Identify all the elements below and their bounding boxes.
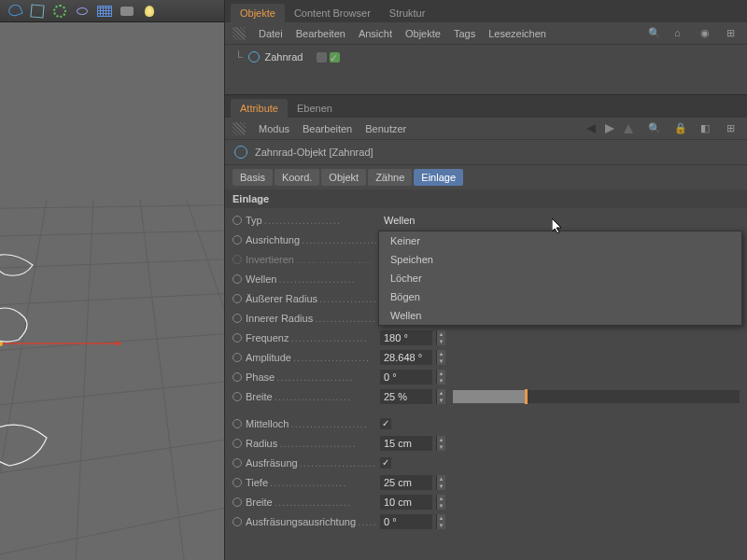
search-icon[interactable]: 🔍: [648, 27, 661, 40]
label-ausrichtung: Ausrichtung: [246, 234, 376, 245]
tab-struktur[interactable]: Struktur: [380, 4, 435, 22]
anim-dot[interactable]: [233, 372, 242, 382]
add-icon[interactable]: ⊞: [726, 122, 740, 135]
spinner-radius2[interactable]: ▲▼: [436, 436, 445, 451]
tab-content-browser[interactable]: Content Browser: [285, 4, 380, 22]
input-amplitude[interactable]: [380, 350, 432, 365]
add-icon[interactable]: ⊞: [726, 27, 740, 40]
label-amplitude: Amplitude: [246, 352, 376, 363]
menu-ansicht[interactable]: Ansicht: [359, 28, 392, 39]
anim-dot[interactable]: [233, 353, 242, 362]
anim-dot[interactable]: [233, 439, 242, 448]
lock-icon[interactable]: 🔒: [674, 122, 687, 135]
search-icon[interactable]: 🔍: [648, 122, 661, 135]
ellipse-tool-icon[interactable]: [72, 2, 92, 21]
checkbox-mittelloch[interactable]: ✓: [380, 418, 391, 429]
anim-dot[interactable]: [233, 294, 242, 303]
ptab-zaehne[interactable]: Zähne: [368, 169, 412, 186]
dd-option-keiner[interactable]: Keiner: [379, 231, 741, 250]
spinner-breite[interactable]: ▲▼: [436, 389, 445, 404]
menu-bearbeiten-attr[interactable]: Bearbeiten: [303, 123, 352, 134]
anim-dot[interactable]: [233, 458, 242, 468]
anim-dot[interactable]: [233, 235, 242, 245]
nav-prev-icon[interactable]: [585, 122, 598, 135]
new-window-icon[interactable]: ◧: [700, 122, 713, 135]
gear-object-icon: [248, 51, 260, 63]
anim-dot[interactable]: [233, 497, 242, 507]
spinner-amplitude[interactable]: ▲▼: [436, 350, 445, 365]
menu-objekte[interactable]: Objekte: [405, 28, 441, 39]
viewport-3d[interactable]: [0, 22, 224, 560]
label-ausr: Ausfräsungsausrichtung: [246, 516, 376, 527]
menu-lesezeichen[interactable]: Lesezeichen: [488, 28, 546, 39]
property-tabs: Basis Koord. Objekt Zähne Einlage: [225, 165, 747, 189]
ptab-koord[interactable]: Koord.: [275, 169, 319, 186]
tab-objekte[interactable]: Objekte: [231, 4, 285, 22]
visibility-tag[interactable]: [317, 52, 327, 63]
drag-handle-icon[interactable]: [233, 122, 246, 135]
section-header-einlage: Einlage: [225, 189, 747, 208]
anim-dot[interactable]: [233, 314, 242, 323]
anim-dot[interactable]: [233, 216, 242, 225]
spinner-ausr[interactable]: ▲▼: [436, 514, 445, 529]
camera-tool-icon[interactable]: [117, 2, 137, 21]
svg-line-10: [75, 200, 93, 560]
input-ausr[interactable]: [380, 514, 432, 529]
home-icon[interactable]: ⌂: [674, 27, 687, 40]
anim-dot[interactable]: [233, 517, 242, 526]
svg-marker-14: [586, 124, 596, 133]
slider-breite[interactable]: [453, 390, 740, 403]
anim-dot[interactable]: [233, 333, 242, 343]
input-breite[interactable]: [380, 389, 432, 404]
anim-dot[interactable]: [233, 392, 242, 401]
menu-datei[interactable]: Datei: [259, 28, 283, 39]
grid-tool-icon[interactable]: [94, 2, 115, 21]
anim-dot[interactable]: [233, 478, 242, 487]
spline-tool-icon[interactable]: [5, 2, 25, 21]
dd-option-speichen[interactable]: Speichen: [379, 250, 741, 269]
dd-option-boegen[interactable]: Bögen: [379, 287, 741, 306]
nav-up-icon[interactable]: [622, 122, 635, 135]
expand-icon[interactable]: └: [234, 50, 243, 63]
tab-attribute[interactable]: Attribute: [231, 99, 288, 118]
cube-tool-icon[interactable]: [27, 2, 48, 21]
svg-line-0: [0, 204, 224, 209]
enable-tag[interactable]: ✓: [330, 52, 340, 63]
tab-ebenen[interactable]: Ebenen: [288, 99, 342, 118]
svg-line-11: [140, 200, 187, 560]
eye-icon[interactable]: ◉: [700, 27, 713, 40]
menu-modus[interactable]: Modus: [259, 123, 289, 134]
attribute-manager-menu: Modus Bearbeiten Benutzer 🔍 🔒 ◧ ⊞: [225, 118, 747, 140]
drag-handle-icon[interactable]: [233, 27, 246, 40]
svg-marker-16: [624, 124, 633, 133]
spinner-phase[interactable]: ▲▼: [436, 370, 445, 385]
object-row-zahnrad[interactable]: └ Zahnrad ✓: [234, 50, 738, 63]
menu-tags[interactable]: Tags: [454, 28, 475, 39]
input-frequenz[interactable]: [380, 330, 432, 345]
value-typ[interactable]: Wellen: [380, 215, 415, 226]
checkbox-ausfraesung[interactable]: ✓: [380, 457, 391, 469]
input-phase[interactable]: [380, 370, 432, 385]
typ-dropdown-menu: Keiner Speichen Löcher Bögen Wellen: [378, 231, 742, 326]
dd-option-loecher[interactable]: Löcher: [379, 269, 741, 287]
gear-tool-icon[interactable]: [49, 2, 70, 21]
menu-bearbeiten[interactable]: Bearbeiten: [296, 28, 345, 39]
label-radius2: Radius: [246, 438, 376, 449]
ptab-objekt[interactable]: Objekt: [321, 169, 366, 186]
input-radius2[interactable]: [380, 436, 432, 451]
nav-next-icon[interactable]: [603, 122, 616, 135]
menu-benutzer[interactable]: Benutzer: [365, 123, 406, 134]
ptab-basis[interactable]: Basis: [233, 169, 273, 186]
spinner-breite2[interactable]: ▲▼: [436, 495, 445, 510]
ptab-einlage[interactable]: Einlage: [414, 169, 463, 186]
spinner-frequenz[interactable]: ▲▼: [436, 330, 445, 345]
light-tool-icon[interactable]: [139, 2, 160, 21]
anim-dot[interactable]: [233, 255, 242, 264]
dd-option-wellen[interactable]: Wellen: [379, 306, 741, 325]
anim-dot[interactable]: [233, 274, 242, 284]
input-tiefe[interactable]: [380, 475, 432, 490]
object-name[interactable]: Zahnrad: [265, 51, 303, 63]
input-breite2[interactable]: [380, 495, 432, 510]
spinner-tiefe[interactable]: ▲▼: [436, 475, 445, 490]
anim-dot[interactable]: [233, 419, 242, 428]
